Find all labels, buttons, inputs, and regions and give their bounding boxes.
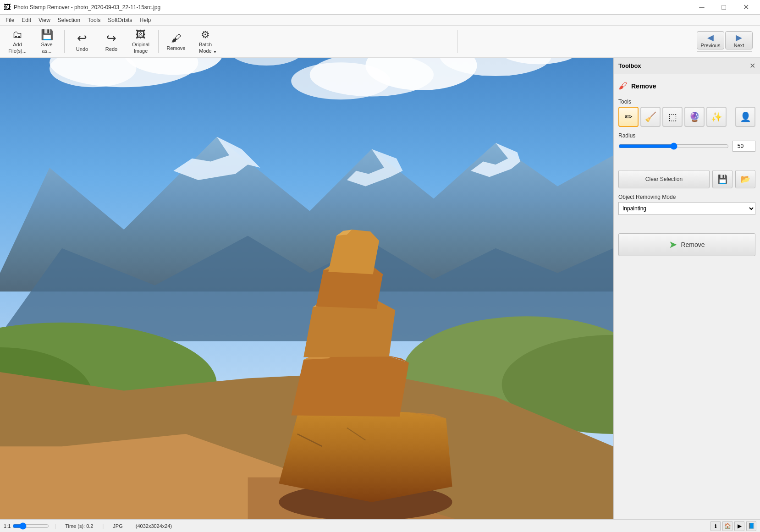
magic-select-tool-button[interactable]: ✨	[706, 107, 727, 127]
stamp-tool-button[interactable]: 👤	[735, 107, 755, 127]
nav-area: ◀ Previous ▶ Next	[697, 31, 756, 52]
minimize-button[interactable]: ─	[691, 0, 712, 15]
status-zoom: 1:1	[4, 522, 49, 530]
next-label: Next	[734, 43, 744, 48]
remove-label: Remove	[167, 45, 186, 51]
zoom-ratio: 1:1	[4, 523, 11, 529]
app-icon: 🖼	[4, 3, 11, 11]
mode-select[interactable]: Inpainting Content-Aware Fill Texture Sy…	[618, 202, 755, 215]
rect-select-tool-button[interactable]: ⬚	[662, 107, 683, 127]
remove-button[interactable]: 🖌 Remove	[162, 28, 190, 55]
spacer2	[618, 220, 755, 228]
remove-eraser-icon: 🖌	[618, 81, 628, 91]
batch-dropdown-arrow: ▼	[213, 50, 217, 54]
original-image-icon: 🖼	[136, 29, 146, 41]
next-button[interactable]: ▶ Next	[725, 31, 753, 49]
status-separator-1: |	[55, 523, 56, 529]
tools-label: Tools	[618, 99, 755, 105]
previous-button[interactable]: ◀ Previous	[697, 31, 724, 49]
status-separator-2: |	[102, 523, 104, 529]
toolbar-sep-1	[64, 30, 65, 53]
status-icons: ℹ 🏠 ▶ 📘	[710, 521, 756, 531]
save-selection-icon: 💾	[717, 174, 727, 184]
photo-canvas	[0, 58, 613, 519]
remove-arrow-icon: ➤	[669, 239, 677, 251]
remove-action-button[interactable]: ➤ Remove	[618, 233, 755, 256]
redo-icon: ↪	[106, 31, 116, 45]
save-as-label: Saveas...	[41, 42, 52, 54]
previous-icon: ◀	[707, 33, 714, 43]
undo-label: Undo	[76, 46, 88, 52]
batch-mode-button[interactable]: ⚙ BatchMode ▼	[192, 28, 219, 55]
menu-item-file[interactable]: File	[2, 16, 18, 24]
magic-wand-tool-button[interactable]: 🔮	[684, 107, 705, 127]
nav-buttons: ◀ Previous ▶ Next	[697, 31, 753, 49]
svg-point-6	[291, 62, 390, 99]
save-as-button[interactable]: 💾 Saveas...	[33, 28, 61, 55]
batch-mode-label: BatchMode	[199, 42, 212, 54]
status-info-button[interactable]: ℹ	[710, 521, 721, 531]
radius-label: Radius	[618, 132, 755, 139]
zoom-slider[interactable]	[12, 522, 49, 530]
clear-selection-button[interactable]: Clear Selection	[618, 170, 710, 188]
eraser-tool-button[interactable]: 🧹	[640, 107, 661, 127]
undo-icon: ↩	[77, 31, 87, 45]
add-files-button[interactable]: 🗂 AddFile(s)...	[4, 28, 31, 55]
toolbox-title-row: Toolbox	[618, 62, 641, 69]
original-image-button[interactable]: 🖼 OriginalImage	[127, 28, 154, 55]
toolbox-content: 🖌 Remove Tools ✏ 🧹 ⬚ 🔮 ✨ 👤	[614, 74, 760, 261]
radius-row	[618, 141, 755, 152]
toolbox-title-label: Toolbox	[618, 62, 641, 69]
svg-marker-23	[279, 409, 452, 502]
maximize-button[interactable]: □	[713, 0, 734, 15]
toolbox-panel: Toolbox ✕ 🖌 Remove Tools ✏ 🧹 ⬚ 🔮	[613, 58, 760, 519]
redo-button[interactable]: ↪ Redo	[98, 28, 125, 55]
menu-item-selection[interactable]: Selection	[54, 16, 84, 24]
radius-slider[interactable]	[618, 142, 729, 151]
svg-marker-26	[291, 352, 409, 417]
status-help-button[interactable]: 📘	[746, 521, 756, 531]
menu-item-help[interactable]: Help	[136, 16, 155, 24]
next-icon: ▶	[736, 33, 742, 43]
add-files-icon: 🗂	[12, 29, 22, 41]
save-selection-button[interactable]: 💾	[712, 170, 732, 188]
add-files-label: AddFile(s)...	[8, 42, 27, 54]
spacer	[618, 157, 755, 165]
menu-item-view[interactable]: View	[35, 16, 54, 24]
menu-item-edit[interactable]: Edit	[18, 16, 35, 24]
remove-section-title: Remove	[631, 82, 656, 90]
status-time: Time (s): 0.2	[61, 523, 97, 529]
mode-label: Object Removing Mode	[618, 194, 755, 200]
title-controls: ─ □ ✕	[691, 0, 756, 15]
brush-tool-button[interactable]: ✏	[618, 107, 639, 127]
nav-divider	[697, 51, 752, 52]
load-selection-button[interactable]: 📂	[735, 170, 755, 188]
status-home-button[interactable]: 🏠	[722, 521, 732, 531]
menu-bar: FileEditViewSelectionToolsSoftOrbitsHelp	[0, 15, 760, 26]
redo-label: Redo	[105, 46, 117, 52]
status-format: JPG	[109, 523, 126, 529]
radius-section: Radius	[618, 132, 755, 152]
original-image-label: OriginalImage	[132, 42, 149, 54]
remove-icon: 🖌	[171, 33, 181, 44]
menu-item-tools[interactable]: Tools	[84, 16, 104, 24]
remove-section-header: 🖌 Remove	[618, 79, 755, 93]
menu-item-softorbits[interactable]: SoftOrbits	[104, 16, 136, 24]
mode-section: Object Removing Mode Inpainting Content-…	[618, 194, 755, 215]
tools-row: ✏ 🧹 ⬚ 🔮 ✨	[618, 107, 727, 127]
close-button[interactable]: ✕	[735, 0, 756, 15]
title-bar: 🖼 Photo Stamp Remover - photo_2020-09-03…	[0, 0, 760, 15]
save-as-icon: 💾	[41, 29, 53, 41]
toolbox-close-button[interactable]: ✕	[749, 61, 755, 70]
undo-button[interactable]: ↩ Undo	[68, 28, 96, 55]
remove-action-label: Remove	[681, 241, 705, 248]
toolbar-sep-2	[158, 30, 159, 53]
tools-section: Tools ✏ 🧹 ⬚ 🔮 ✨ 👤	[618, 99, 755, 127]
selection-row: Clear Selection 💾 📂	[618, 170, 755, 188]
canvas-area[interactable]	[0, 58, 613, 519]
previous-label: Previous	[701, 43, 721, 48]
radius-input[interactable]	[732, 141, 755, 152]
toolbar: 🗂 AddFile(s)... 💾 Saveas... ↩ Undo ↪ Red…	[0, 26, 760, 58]
status-play-button[interactable]: ▶	[734, 521, 744, 531]
title-text: Photo Stamp Remover - photo_2020-09-03_2…	[14, 4, 160, 11]
